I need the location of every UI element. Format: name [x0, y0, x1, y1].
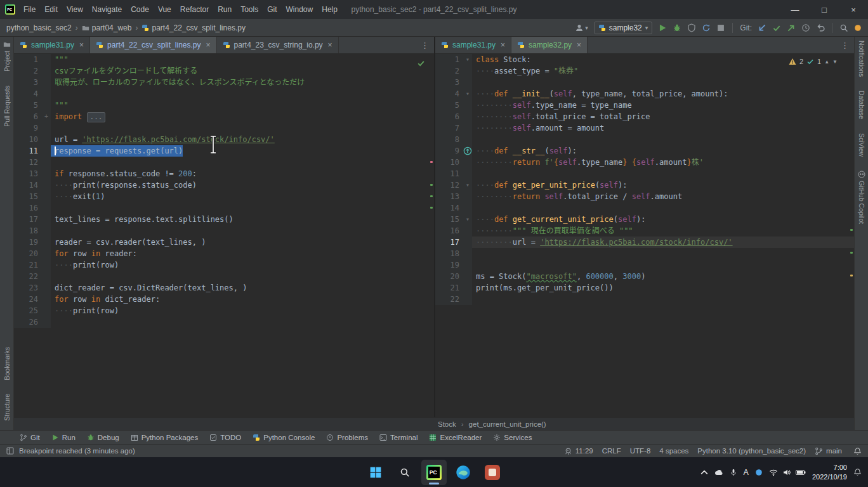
fold-marker[interactable] — [463, 271, 472, 282]
code-line[interactable]: 3 — [435, 77, 854, 88]
line-number[interactable]: 11 — [435, 168, 463, 179]
line-number[interactable]: 25 — [14, 305, 42, 316]
fold-marker[interactable] — [42, 77, 51, 88]
code-line[interactable]: 14····print(response.status_code) — [14, 179, 434, 191]
code-line[interactable]: 9····def __str__(self): — [435, 145, 854, 157]
next-problem-icon[interactable]: ▼ — [832, 59, 838, 65]
line-number[interactable]: 13 — [435, 191, 463, 202]
fold-marker[interactable] — [463, 65, 472, 77]
line-number[interactable]: 19 — [435, 259, 463, 271]
close-icon[interactable]: × — [206, 41, 210, 49]
network-volume-battery[interactable] — [769, 467, 806, 477]
ime-indicator[interactable]: A — [744, 468, 749, 477]
clock-widget[interactable]: 7:00 2022/10/19 — [812, 463, 847, 481]
line-number[interactable]: 19 — [14, 237, 42, 248]
line-number[interactable]: 16 — [14, 202, 42, 214]
stop-button[interactable] — [716, 23, 725, 32]
fold-marker[interactable] — [42, 134, 51, 145]
taskbar-pycharm-button[interactable]: PC — [421, 460, 447, 485]
line-number[interactable]: 5 — [435, 100, 463, 111]
menu-tools[interactable]: Tools — [236, 0, 263, 19]
status-item-4-spaces[interactable]: 4 spaces — [659, 447, 688, 455]
fold-marker[interactable] — [42, 122, 51, 134]
taskbar-app-button[interactable] — [480, 460, 505, 485]
close-icon[interactable]: × — [577, 41, 581, 49]
code-line[interactable]: 22 — [14, 271, 434, 282]
tool-window-button-debug[interactable]: Debug — [81, 431, 125, 444]
code-line[interactable]: 18 — [14, 225, 434, 237]
line-number[interactable]: 8 — [435, 134, 463, 145]
line-number[interactable]: 20 — [435, 271, 463, 282]
tab-part4-23-csv-string-io-py[interactable]: part4_23_csv_string_io.py× — [217, 37, 339, 53]
breadcrumb-item-part04-web[interactable]: part04_web — [82, 23, 132, 32]
fold-marker[interactable] — [42, 259, 51, 271]
fold-marker[interactable] — [42, 157, 51, 168]
search-everywhere-button[interactable] — [839, 23, 848, 32]
menu-refactor[interactable]: Refactor — [176, 0, 213, 19]
breadcrumb-method[interactable]: get_current_unit_price() — [469, 420, 546, 428]
code-line[interactable]: 23dict_reader = csv.DictReader(text_line… — [14, 282, 434, 294]
line-number[interactable]: 9 — [14, 122, 42, 134]
line-number[interactable]: 22 — [435, 294, 463, 305]
fold-marker[interactable] — [463, 122, 472, 134]
tool-window-button-problems[interactable]: Problems — [320, 431, 374, 444]
fold-marker[interactable] — [42, 54, 51, 65]
fold-marker[interactable] — [42, 294, 51, 305]
line-number[interactable]: 12 — [14, 157, 42, 168]
inspections-ok-icon[interactable] — [417, 59, 425, 67]
code-line[interactable]: 19reader = csv.reader(text_lines, ) — [14, 237, 434, 248]
fold-marker[interactable]: ▾ — [463, 88, 472, 100]
tool-window-button-terminal[interactable]: Terminal — [374, 431, 423, 444]
line-number[interactable]: 2 — [435, 65, 463, 77]
line-number[interactable]: 5 — [14, 100, 42, 111]
line-number[interactable]: 3 — [14, 77, 42, 88]
close-icon[interactable]: × — [501, 41, 505, 49]
git-commit-button[interactable] — [772, 23, 781, 32]
line-number[interactable]: 11 — [14, 145, 42, 157]
fold-marker[interactable] — [463, 282, 472, 294]
override-marker-icon[interactable] — [463, 145, 472, 157]
line-number[interactable]: 26 — [14, 316, 42, 328]
code-line[interactable]: 9 — [14, 122, 434, 134]
line-number[interactable]: 12 — [435, 179, 463, 191]
code-line[interactable]: 11 — [435, 168, 854, 179]
menu-vue[interactable]: Vue — [154, 0, 176, 19]
code-line[interactable]: 12▾····def get_per_unit_price(self): — [435, 179, 854, 191]
fold-marker[interactable]: + — [42, 111, 51, 122]
line-number[interactable]: 18 — [14, 225, 42, 237]
code-line[interactable]: 7········self.amount = amount — [435, 122, 854, 134]
close-icon[interactable]: × — [79, 41, 84, 49]
tool-window-button-project[interactable]: Project — [3, 41, 11, 72]
error-stripe-mark[interactable] — [850, 252, 853, 254]
status-item-utf-8[interactable]: UTF-8 — [630, 447, 651, 455]
code-line[interactable]: 22 — [435, 294, 854, 305]
more-options-icon[interactable]: ⋮ — [836, 37, 854, 53]
code-line[interactable]: 21····print(row) — [14, 259, 434, 271]
line-number[interactable]: 17 — [14, 214, 42, 225]
fold-marker[interactable] — [42, 145, 51, 157]
line-number[interactable]: 15 — [435, 214, 463, 225]
tool-window-button-github-copilot[interactable]: GitHub Copilot — [858, 171, 865, 224]
code-line[interactable]: 13if response.status_code != 200: — [14, 168, 434, 179]
error-stripe-mark[interactable] — [850, 229, 853, 231]
fold-marker[interactable] — [42, 65, 51, 77]
status-item-crlf[interactable]: CRLF — [602, 447, 621, 455]
code-line[interactable]: 12 — [14, 157, 434, 168]
line-number[interactable]: 22 — [14, 271, 42, 282]
code-line[interactable]: 8 — [435, 134, 854, 145]
fold-marker[interactable] — [463, 77, 472, 88]
code-line[interactable]: 21print(ms.get_per_unit_price()) — [435, 282, 854, 294]
code-line[interactable]: 16········""" 現在の買取単価を調べる """ — [435, 225, 854, 237]
minimize-button[interactable]: — — [780, 0, 810, 19]
close-icon[interactable]: × — [328, 41, 332, 49]
code-line[interactable]: 15▾····def get_current_unit_price(self): — [435, 214, 854, 225]
tab-sample31-py[interactable]: sample31.py× — [14, 37, 90, 53]
fold-marker[interactable] — [463, 259, 472, 271]
prev-problem-icon[interactable]: ▲ — [824, 59, 829, 65]
code-line[interactable]: 15····exit(1) — [14, 191, 434, 202]
git-update-button[interactable] — [758, 23, 766, 32]
more-options-icon[interactable]: ⋮ — [416, 37, 434, 53]
inspection-widget[interactable]: 2 1 ▲ ▼ — [789, 58, 838, 65]
tool-window-button-python-packages[interactable]: Python Packages — [125, 431, 204, 444]
code-line[interactable]: 20for row in reader: — [14, 248, 434, 259]
